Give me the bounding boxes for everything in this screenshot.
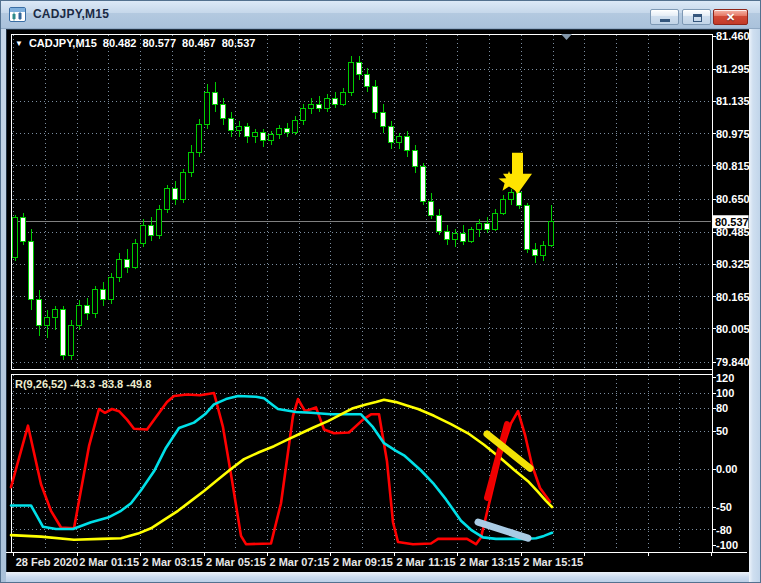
candle [549,221,554,245]
candle [141,225,146,243]
price-axis-label: 81.295 [716,63,749,75]
candle [357,62,362,74]
candle [213,92,218,104]
chart-shift-marker[interactable] [561,34,572,40]
chart-window-icon [9,7,26,23]
current-price-tag: 80.537 [713,215,749,228]
candle [309,104,314,108]
cyan-line [11,396,552,539]
oscillator-axis-label: -100 [716,539,738,551]
candle [165,189,170,209]
candle [173,189,178,199]
candle [509,193,514,199]
candle [445,231,450,239]
candle [197,125,202,153]
candle [245,127,250,137]
time-axis-label: 2 Mar 09:15 [333,556,393,568]
candle [229,119,234,131]
candle [117,259,122,277]
chart-canvas[interactable]: 81.46081.29581.13580.97580.81580.65080.4… [6,29,749,572]
candle [293,121,298,133]
minimize-icon [660,19,670,22]
candle [341,92,346,104]
price-axis-label: 79.840 [716,356,749,368]
candle [325,98,330,108]
time-axis-label: 28 Feb 2020 [16,556,78,568]
candle [101,290,106,300]
close-button[interactable]: ✕ [713,9,748,25]
candle [373,86,378,112]
candle [45,318,50,326]
candle [85,306,90,314]
candle [53,310,58,318]
oscillator-axis-label: 80 [716,402,728,414]
time-axis-label: 2 Mar 13:15 [460,556,520,568]
candle [205,92,210,124]
oscillator-axis-label: 120 [716,372,734,384]
candle [221,104,226,118]
candle [517,193,522,205]
candle [69,326,74,356]
candle [189,153,194,173]
price-axis-label: 80.975 [716,128,749,140]
time-axis-label: 2 Mar 05:15 [206,556,266,568]
mt4-chart-window: CADJPY,M15 ✕ 81.46081.29581.13580.97580.… [0,0,761,583]
candle [541,245,546,255]
candle [501,199,506,213]
chart-client-area: 81.46081.29581.13580.97580.81580.65080.4… [6,29,749,572]
candle [77,306,82,326]
yellow-line [11,400,552,540]
trendline-annotations [478,424,530,538]
candle [461,233,466,241]
down-arrow-annotation[interactable] [503,153,532,194]
candle [109,277,114,299]
candle [405,137,410,151]
window-bottom-frame [6,572,749,583]
oscillator-axis-label: 50 [716,425,728,437]
candle [365,74,370,86]
candle [453,233,458,239]
time-axis-label: 2 Mar 01:15 [79,556,139,568]
candle [333,98,338,104]
candle [277,129,282,135]
candle [13,217,18,257]
time-axis-label: 2 Mar 11:15 [396,556,455,568]
time-axis-label: 2 Mar 03:15 [143,556,203,568]
time-axis-label: 2 Mar 15:15 [523,556,583,568]
axis-ticks [14,36,716,556]
candle [61,310,66,356]
candle [253,133,258,137]
candle [285,129,290,133]
candle [397,137,402,143]
restore-icon [693,14,702,22]
restore-button[interactable] [682,9,711,25]
window-titlebar[interactable]: CADJPY,M15 ✕ [1,1,760,29]
candle [149,225,154,235]
oscillator-axis-label: -50 [716,501,732,513]
price-axis-label: 81.135 [716,95,749,107]
candle [93,290,98,314]
price-axis-label: 80.650 [716,193,749,205]
oscillator-axis-label: -80 [716,524,732,536]
candle [421,167,426,201]
candle [157,209,162,235]
candle [469,229,474,241]
candle [525,205,530,249]
candle [389,127,394,143]
candle [317,104,322,108]
candle [493,213,498,229]
candle [301,108,306,120]
price-axis-label: 80.815 [716,160,749,172]
candle [37,300,42,326]
price-axis-label: 81.460 [716,30,749,42]
current-price-tag-text: 80.537 [715,216,749,228]
oscillator-axis-label: 100 [716,387,734,399]
candle [413,151,418,167]
candle [533,249,538,255]
candle [237,127,242,131]
candle [381,112,386,126]
time-axis-label: 2 Mar 07:15 [269,556,329,568]
minimize-button[interactable] [650,9,679,25]
window-title: CADJPY,M15 [33,1,109,29]
oscillator-axis-label: 0.00 [716,463,737,475]
